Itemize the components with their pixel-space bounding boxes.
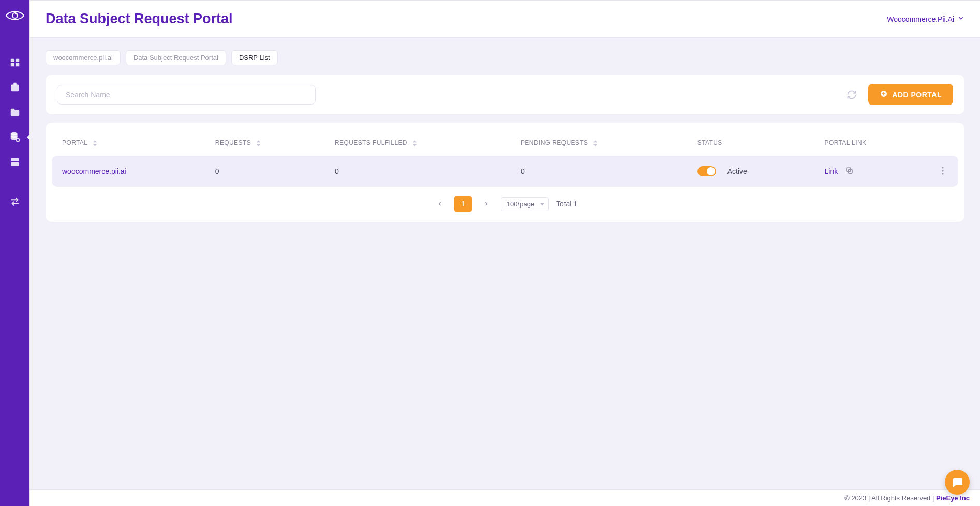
footer-text: © 2023 | All Rights Reserved | xyxy=(844,494,936,502)
pagination-page-current[interactable]: 1 xyxy=(454,196,472,212)
svg-rect-3 xyxy=(10,63,14,66)
add-portal-button[interactable]: ADD PORTAL xyxy=(868,84,953,105)
svg-rect-4 xyxy=(15,63,19,66)
main: Data Subject Request Portal Woocommerce.… xyxy=(29,0,980,506)
cell-status: Active xyxy=(687,156,814,187)
cell-pending: 0 xyxy=(510,156,687,187)
sort-icon xyxy=(593,140,598,146)
svg-point-14 xyxy=(942,167,943,168)
breadcrumb: woocommerce.pii.ai Data Subject Request … xyxy=(46,50,964,65)
col-portal-link: PORTAL LINK xyxy=(814,130,927,156)
pagination-size-select[interactable]: 100/page xyxy=(501,197,549,211)
svg-rect-6 xyxy=(13,83,17,86)
svg-rect-1 xyxy=(10,59,14,62)
sidebar xyxy=(0,0,29,506)
chevron-left-icon xyxy=(437,201,443,207)
table-card: PORTAL REQUESTS xyxy=(46,123,964,222)
plus-circle-icon xyxy=(880,90,888,99)
row-actions-menu[interactable] xyxy=(938,166,948,178)
status-label: Active xyxy=(727,167,747,175)
svg-rect-2 xyxy=(15,59,19,62)
cell-requests: 0 xyxy=(205,156,324,187)
status-toggle[interactable] xyxy=(697,166,716,176)
sort-icon xyxy=(256,140,261,146)
svg-rect-10 xyxy=(11,162,19,166)
logo-eye-icon xyxy=(5,9,25,23)
account-label: Woocommerce.Pii.Ai xyxy=(887,15,954,23)
sidebar-item-folder[interactable] xyxy=(0,100,29,125)
svg-rect-9 xyxy=(11,158,19,161)
col-status: STATUS xyxy=(687,130,814,156)
cell-fulfilled: 0 xyxy=(324,156,510,187)
breadcrumb-item[interactable]: woocommerce.pii.ai xyxy=(46,50,121,65)
sort-icon xyxy=(412,140,417,146)
page-title: Data Subject Request Portal xyxy=(46,11,233,27)
footer-brand: PieEye Inc xyxy=(936,494,970,502)
pagination-prev[interactable] xyxy=(433,197,447,211)
col-pending[interactable]: PENDING REQUESTS xyxy=(510,130,687,156)
sidebar-item-board[interactable] xyxy=(0,75,29,100)
refresh-icon xyxy=(847,90,857,100)
col-fulfilled[interactable]: REQUESTS FULFILLED xyxy=(324,130,510,156)
cell-portal: woocommerce.pii.ai xyxy=(52,156,205,187)
chevron-down-icon xyxy=(957,14,964,23)
sidebar-item-transfer[interactable] xyxy=(0,189,29,214)
search-input[interactable] xyxy=(57,85,316,105)
pagination: 1 100/page Total 1 xyxy=(52,196,958,212)
chat-icon xyxy=(951,476,963,488)
svg-point-15 xyxy=(942,170,943,171)
chat-fab[interactable] xyxy=(945,470,970,495)
sidebar-item-storage[interactable] xyxy=(0,150,29,174)
breadcrumb-item-current[interactable]: DSRP List xyxy=(231,50,278,65)
account-switcher[interactable]: Woocommerce.Pii.Ai xyxy=(887,14,964,23)
pagination-next[interactable] xyxy=(479,197,494,211)
portals-table: PORTAL REQUESTS xyxy=(52,130,958,187)
portal-link[interactable]: Link xyxy=(825,167,838,175)
svg-rect-5 xyxy=(11,85,19,92)
content: woocommerce.pii.ai Data Subject Request … xyxy=(30,38,980,489)
sidebar-item-dashboard[interactable] xyxy=(0,50,29,75)
header: Data Subject Request Portal Woocommerce.… xyxy=(30,1,980,38)
add-portal-label: ADD PORTAL xyxy=(892,91,942,99)
sidebar-item-data-subject[interactable] xyxy=(0,125,29,150)
footer: © 2023 | All Rights Reserved | PieEye In… xyxy=(30,489,980,506)
cell-link: Link xyxy=(814,156,927,187)
col-portal[interactable]: PORTAL xyxy=(52,130,205,156)
sort-icon xyxy=(93,140,97,146)
pagination-size-select-wrap: 100/page xyxy=(501,197,549,211)
svg-point-16 xyxy=(942,173,943,174)
col-requests[interactable]: REQUESTS xyxy=(205,130,324,156)
copy-icon[interactable] xyxy=(845,166,854,176)
breadcrumb-item[interactable]: Data Subject Request Portal xyxy=(126,50,226,65)
chevron-right-icon xyxy=(483,201,489,207)
pagination-total: Total 1 xyxy=(556,200,577,208)
toolbar: ADD PORTAL xyxy=(46,75,964,114)
refresh-button[interactable] xyxy=(842,85,861,104)
table-row[interactable]: woocommerce.pii.ai 0 0 0 Active Link xyxy=(52,156,958,187)
